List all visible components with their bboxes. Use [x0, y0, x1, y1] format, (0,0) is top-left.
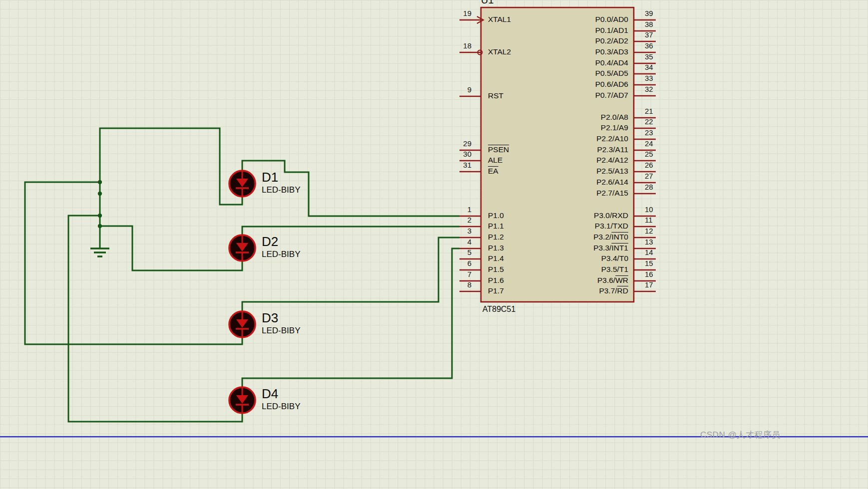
pin-number-right-3: 36 — [645, 42, 667, 50]
pin-number-right-14: 27 — [645, 172, 667, 180]
pin-number-right-11: 24 — [645, 140, 667, 148]
pin-name-overlined-text: WR — [615, 276, 628, 284]
pin-number-right-13: 26 — [645, 161, 667, 169]
pin-name-text: P0.3/AD3 — [595, 47, 628, 56]
pin-name-text: P0.0/AD0 — [595, 15, 628, 23]
pin-name-overlined-text: EA — [488, 167, 498, 175]
led-model-label-d2: LED-BIBY — [262, 249, 300, 259]
pin-name-text: P2.1/A9 — [601, 123, 628, 132]
pin-name-text: P3.2/ — [593, 233, 611, 241]
chip-part-label: AT89C51 — [482, 305, 515, 314]
pin-name-text: P0.7/AD7 — [595, 91, 628, 99]
pin-name-text: P2.6/A14 — [596, 178, 628, 186]
pin-name-right-17: P3.1/TXD — [504, 222, 628, 231]
pin-number-right-2: 37 — [645, 31, 667, 39]
pin-name-text: P2.3/A11 — [597, 145, 628, 154]
pin-name-text: P2.5/A13 — [596, 167, 628, 175]
pin-name-right-10: P2.2/A10 — [504, 134, 628, 143]
pin-number-left-9: 4 — [441, 238, 471, 246]
wire-d2-cathode-to-ground-rail[interactable] — [100, 226, 242, 270]
pin-number-left-1: 18 — [441, 42, 471, 50]
pin-name-left-11: P1.5 — [488, 265, 504, 274]
pin-number-left-12: 7 — [441, 270, 471, 278]
pin-number-left-4: 30 — [441, 150, 471, 158]
pin-number-left-11: 6 — [441, 259, 471, 267]
pin-name-text: P3.5/T1 — [601, 265, 628, 273]
pin-number-left-2: 9 — [441, 86, 471, 94]
pin-number-right-12: 25 — [645, 150, 667, 158]
pin-number-right-16: 10 — [645, 206, 667, 214]
led-reference-label-d3: D3 — [262, 311, 278, 325]
wire-d3-cathode-to-ground-rail[interactable] — [25, 182, 242, 344]
pin-name-left-6: P1.0 — [488, 211, 504, 220]
pin-name-right-23: P3.7/RD — [504, 286, 628, 295]
pin-number-right-15: 28 — [645, 183, 667, 191]
pin-name-text: P1.7 — [488, 286, 504, 295]
ground-symbol[interactable] — [90, 245, 109, 256]
pin-name-right-12: P2.4/A12 — [504, 156, 628, 165]
pin-number-left-6: 1 — [441, 206, 471, 214]
wire-d4-cathode-to-ground-rail[interactable] — [68, 216, 242, 422]
pin-name-text: RST — [488, 91, 503, 100]
pin-name-text: P1.5 — [488, 265, 504, 273]
led-reference-label-d1: D1 — [262, 170, 278, 184]
pin-name-right-5: P0.5/AD5 — [504, 69, 628, 78]
pin-name-right-14: P2.6/A14 — [504, 178, 628, 187]
pin-name-right-1: P0.1/AD1 — [504, 26, 628, 35]
pin-name-text: P0.4/AD4 — [595, 58, 628, 67]
csdn-watermark: CSDN @人才程序员 — [700, 429, 781, 441]
pin-name-text: P3.6/ — [597, 276, 615, 284]
pin-number-right-19: 13 — [645, 238, 667, 246]
pin-number-right-20: 14 — [645, 248, 667, 256]
pin-name-right-16: P3.0/RXD — [504, 211, 628, 220]
pin-name-text: P3.0/RXD — [594, 211, 628, 220]
pin-name-left-8: P1.2 — [488, 233, 504, 242]
pin-name-left-7: P1.1 — [488, 222, 504, 231]
pin-number-right-4: 35 — [645, 53, 667, 61]
pin-number-right-22: 16 — [645, 270, 667, 278]
pin-name-overlined-text: INT1 — [611, 244, 628, 252]
pin-name-text: P3.7/ — [599, 286, 617, 295]
pin-name-text: P3.4/T0 — [601, 254, 628, 262]
led-d3[interactable] — [229, 311, 255, 337]
pin-name-text: P0.5/AD5 — [595, 69, 628, 77]
pin-number-right-6: 33 — [645, 74, 667, 82]
pin-number-left-3: 29 — [441, 140, 471, 148]
pin-number-right-10: 23 — [645, 129, 667, 137]
led-reference-label-d4: D4 — [262, 387, 278, 401]
led-d1[interactable] — [229, 171, 255, 197]
pin-number-left-13: 8 — [441, 281, 471, 289]
pin-name-text: P2.0/A8 — [601, 113, 628, 121]
pin-name-right-6: P0.6/AD6 — [504, 80, 628, 89]
pin-name-text: P2.2/A10 — [596, 134, 628, 143]
wire-d1-cathode-to-ground-rail[interactable] — [100, 128, 242, 245]
pin-name-text: P1.1 — [488, 222, 504, 230]
pin-number-right-1: 38 — [645, 20, 667, 28]
schematic-canvas[interactable]: U1 AT89C51 CSDN @人才程序员 19XTAL118XTAL29RS… — [0, 0, 868, 489]
pin-name-right-13: P2.5/A13 — [504, 167, 628, 176]
led-d4[interactable] — [229, 387, 255, 413]
pin-name-right-11: P2.3/A11 — [504, 145, 628, 154]
pin-number-left-7: 2 — [441, 216, 471, 224]
chip-reference-label: U1 — [481, 0, 494, 6]
pin-name-text: P0.1/AD1 — [595, 26, 628, 34]
pin-number-right-0: 39 — [645, 9, 667, 17]
pin-name-left-9: P1.3 — [488, 244, 504, 252]
pin-name-text: P0.2/AD2 — [595, 36, 628, 45]
pin-name-right-8: P2.0/A8 — [504, 113, 628, 122]
junction-dot — [98, 192, 102, 196]
led-d2[interactable] — [229, 235, 255, 261]
pin-name-right-0: P0.0/AD0 — [504, 15, 628, 24]
pin-number-left-8: 3 — [441, 227, 471, 235]
pin-name-left-10: P1.4 — [488, 254, 504, 263]
pin-name-text: P3.1/TXD — [595, 222, 628, 230]
pin-name-right-22: P3.6/WR — [504, 276, 628, 285]
pin-number-right-5: 34 — [645, 63, 667, 71]
pin-name-text: P1.0 — [488, 211, 504, 220]
pin-name-right-18: P3.2/INT0 — [504, 233, 628, 242]
pin-number-right-23: 17 — [645, 281, 667, 289]
pin-number-right-7: 32 — [645, 85, 667, 93]
pin-number-right-8: 21 — [645, 107, 667, 115]
pin-name-right-7: P0.7/AD7 — [504, 91, 628, 100]
pin-number-right-17: 11 — [645, 216, 667, 224]
